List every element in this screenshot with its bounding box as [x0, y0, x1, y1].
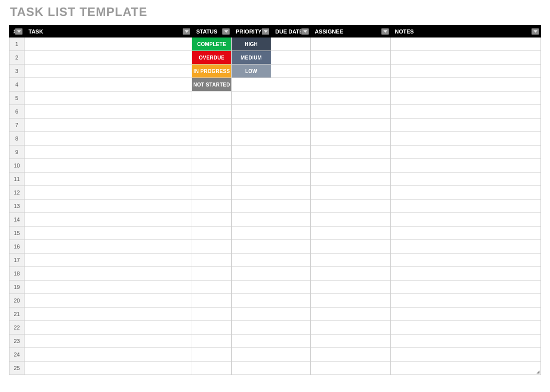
- task-cell[interactable]: [25, 213, 192, 226]
- status-cell[interactable]: [192, 321, 232, 334]
- priority-cell[interactable]: [232, 132, 271, 146]
- assignee-cell[interactable]: [311, 38, 391, 51]
- row-number-cell[interactable]: 23: [10, 334, 25, 348]
- priority-cell[interactable]: [232, 254, 271, 267]
- row-number-cell[interactable]: 5: [10, 92, 25, 105]
- priority-cell[interactable]: [232, 200, 271, 213]
- due-date-cell[interactable]: [271, 146, 311, 159]
- row-number-cell[interactable]: 13: [10, 200, 25, 213]
- due-date-cell[interactable]: [271, 105, 311, 118]
- notes-cell[interactable]: [391, 254, 541, 267]
- due-date-cell[interactable]: [271, 334, 311, 348]
- task-cell[interactable]: [25, 64, 192, 78]
- due-date-cell[interactable]: [271, 213, 311, 226]
- due-date-cell[interactable]: [271, 254, 311, 267]
- priority-cell[interactable]: [232, 78, 271, 92]
- notes-cell[interactable]: [391, 105, 541, 118]
- assignee-cell[interactable]: [311, 362, 391, 375]
- status-cell[interactable]: [192, 172, 232, 186]
- due-date-cell[interactable]: [271, 200, 311, 213]
- priority-cell[interactable]: [232, 321, 271, 334]
- priority-cell[interactable]: HIGH: [232, 38, 271, 51]
- status-cell[interactable]: [192, 186, 232, 200]
- priority-cell[interactable]: [232, 280, 271, 294]
- priority-cell[interactable]: [232, 213, 271, 226]
- due-date-cell[interactable]: [271, 280, 311, 294]
- status-cell[interactable]: [192, 213, 232, 226]
- notes-cell[interactable]: [391, 92, 541, 105]
- notes-cell[interactable]: [391, 78, 541, 92]
- due-date-cell[interactable]: [271, 308, 311, 321]
- assignee-cell[interactable]: [311, 172, 391, 186]
- priority-cell[interactable]: [232, 146, 271, 159]
- notes-cell[interactable]: [391, 146, 541, 159]
- row-number-cell[interactable]: 24: [10, 348, 25, 362]
- priority-cell[interactable]: LOW: [232, 64, 271, 78]
- status-cell[interactable]: COMPLETE: [192, 38, 232, 51]
- priority-cell[interactable]: [232, 240, 271, 254]
- notes-cell[interactable]: [391, 348, 541, 362]
- assignee-cell[interactable]: [311, 254, 391, 267]
- assignee-cell[interactable]: [311, 308, 391, 321]
- assignee-cell[interactable]: [311, 334, 391, 348]
- due-date-cell[interactable]: [271, 92, 311, 105]
- assignee-cell[interactable]: [311, 159, 391, 172]
- assignee-cell[interactable]: [311, 294, 391, 308]
- due-date-cell[interactable]: [271, 240, 311, 254]
- task-cell[interactable]: [25, 200, 192, 213]
- status-cell[interactable]: [192, 118, 232, 132]
- row-number-cell[interactable]: 6: [10, 105, 25, 118]
- assignee-cell[interactable]: [311, 118, 391, 132]
- priority-cell[interactable]: [232, 186, 271, 200]
- notes-cell[interactable]: [391, 267, 541, 280]
- due-date-cell[interactable]: [271, 64, 311, 78]
- notes-cell[interactable]: [391, 172, 541, 186]
- notes-cell[interactable]: [391, 308, 541, 321]
- notes-cell[interactable]: [391, 51, 541, 64]
- status-cell[interactable]: [192, 226, 232, 240]
- assignee-cell[interactable]: [311, 132, 391, 146]
- assignee-cell[interactable]: [311, 78, 391, 92]
- notes-cell[interactable]: [391, 213, 541, 226]
- priority-cell[interactable]: [232, 294, 271, 308]
- filter-button-due-date[interactable]: [301, 28, 309, 34]
- due-date-cell[interactable]: [271, 267, 311, 280]
- assignee-cell[interactable]: [311, 213, 391, 226]
- status-cell[interactable]: IN PROGRESS: [192, 64, 232, 78]
- notes-cell[interactable]: [391, 64, 541, 78]
- filter-button-task[interactable]: [183, 28, 190, 34]
- due-date-cell[interactable]: [271, 186, 311, 200]
- priority-cell[interactable]: [232, 159, 271, 172]
- task-cell[interactable]: [25, 172, 192, 186]
- priority-cell[interactable]: [232, 267, 271, 280]
- row-number-cell[interactable]: 1: [10, 38, 25, 51]
- status-cell[interactable]: [192, 280, 232, 294]
- task-cell[interactable]: [25, 78, 192, 92]
- assignee-cell[interactable]: [311, 200, 391, 213]
- notes-cell[interactable]: [391, 294, 541, 308]
- priority-cell[interactable]: [232, 362, 271, 375]
- task-cell[interactable]: [25, 240, 192, 254]
- row-number-cell[interactable]: 19: [10, 280, 25, 294]
- filter-button-assignee[interactable]: [381, 28, 389, 34]
- status-cell[interactable]: [192, 92, 232, 105]
- row-number-cell[interactable]: 8: [10, 132, 25, 146]
- task-cell[interactable]: [25, 38, 192, 51]
- task-cell[interactable]: [25, 186, 192, 200]
- notes-cell[interactable]: [391, 118, 541, 132]
- assignee-cell[interactable]: [311, 240, 391, 254]
- assignee-cell[interactable]: [311, 267, 391, 280]
- due-date-cell[interactable]: [271, 159, 311, 172]
- row-number-cell[interactable]: 25: [10, 362, 25, 375]
- assignee-cell[interactable]: [311, 280, 391, 294]
- priority-cell[interactable]: MEDIUM: [232, 51, 271, 64]
- status-cell[interactable]: [192, 254, 232, 267]
- row-number-cell[interactable]: 11: [10, 172, 25, 186]
- task-cell[interactable]: [25, 146, 192, 159]
- assignee-cell[interactable]: [311, 348, 391, 362]
- assignee-cell[interactable]: [311, 92, 391, 105]
- task-cell[interactable]: [25, 92, 192, 105]
- filter-button-notes[interactable]: [531, 28, 539, 34]
- row-number-cell[interactable]: 16: [10, 240, 25, 254]
- row-number-cell[interactable]: 18: [10, 267, 25, 280]
